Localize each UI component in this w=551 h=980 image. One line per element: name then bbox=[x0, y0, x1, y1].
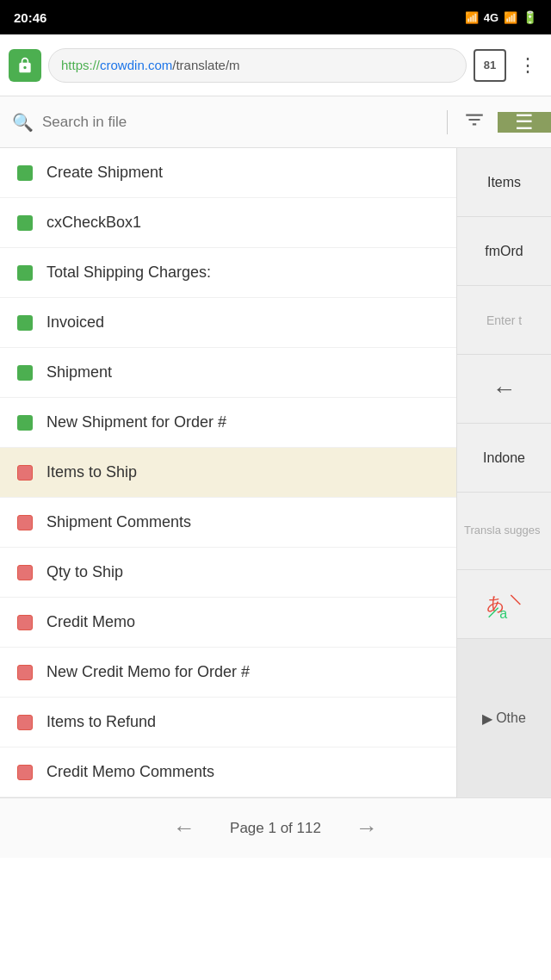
status-dot bbox=[17, 515, 33, 530]
right-indonesia-label: Indone bbox=[483, 450, 525, 466]
item-label: Credit Memo bbox=[46, 613, 135, 631]
item-label: Shipment Comments bbox=[46, 513, 191, 531]
network-4g: 4G bbox=[484, 11, 498, 24]
item-label: New Shipment for Order # bbox=[46, 413, 226, 431]
signal-icon: 📶 bbox=[465, 11, 479, 24]
right-panel: Items fmOrd Enter t ← Indone Transla sug… bbox=[456, 148, 551, 797]
status-dot bbox=[17, 465, 33, 481]
browser-bar: https://crowdin.com/translate/m 81 ⋮ bbox=[0, 34, 551, 96]
status-dot bbox=[17, 415, 33, 431]
svg-line-3 bbox=[511, 595, 520, 605]
status-dot bbox=[17, 615, 33, 630]
list-item[interactable]: Invoiced bbox=[0, 298, 456, 348]
filter-icon[interactable] bbox=[463, 109, 486, 136]
list-item[interactable]: Credit Memo bbox=[0, 598, 456, 648]
right-enter-section: Enter t bbox=[457, 286, 551, 355]
back-arrow-icon: ← bbox=[492, 375, 517, 403]
next-page-button[interactable]: → bbox=[356, 815, 378, 841]
right-other-label: Othe bbox=[496, 710, 526, 726]
item-label: Shipment bbox=[46, 363, 112, 381]
tabs-count: 81 bbox=[484, 59, 496, 71]
list-item[interactable]: Create Shipment bbox=[0, 148, 456, 198]
status-dot bbox=[17, 165, 33, 181]
status-icons: 📶 4G 📶 🔋 bbox=[465, 10, 537, 24]
list-item[interactable]: Shipment Comments bbox=[0, 498, 456, 548]
search-input[interactable] bbox=[42, 114, 431, 131]
prev-page-button[interactable]: ← bbox=[173, 815, 195, 841]
search-icon: 🔍 bbox=[12, 112, 34, 133]
status-dot bbox=[17, 315, 33, 331]
search-row: 🔍 ☰ bbox=[0, 96, 551, 148]
lock-icon bbox=[9, 49, 41, 82]
battery-icon: 🔋 bbox=[523, 10, 537, 24]
search-divider bbox=[447, 110, 448, 134]
tabs-button[interactable]: 81 bbox=[474, 49, 506, 82]
right-items-label: Items bbox=[487, 175, 521, 190]
search-container: 🔍 bbox=[0, 109, 498, 136]
svg-text:a: a bbox=[499, 605, 507, 621]
items-list: Create Shipment cxCheckBox1 Total Shippi… bbox=[0, 148, 456, 797]
status-dot bbox=[17, 715, 33, 730]
status-bar: 20:46 📶 4G 📶 🔋 bbox=[0, 0, 551, 34]
status-dot bbox=[17, 365, 33, 381]
list-item[interactable]: Items to Refund bbox=[0, 698, 456, 747]
item-label: Invoiced bbox=[46, 313, 104, 332]
right-translate-section: Transla sugges bbox=[457, 493, 551, 570]
url-domain: crowdin.com bbox=[100, 58, 172, 72]
right-enter-label: Enter t bbox=[486, 313, 522, 327]
right-other-section: ▶ Othe bbox=[457, 639, 551, 797]
list-item[interactable]: Items to Ship bbox=[0, 448, 456, 498]
item-label: New Credit Memo for Order # bbox=[46, 663, 250, 681]
status-dot bbox=[17, 215, 33, 231]
url-path: /translate/m bbox=[172, 58, 239, 72]
right-back-section[interactable]: ← bbox=[457, 355, 551, 424]
list-item[interactable]: cxCheckBox1 bbox=[0, 198, 456, 248]
page-indicator: Page 1 of 112 bbox=[230, 820, 321, 837]
pagination-bar: ← Page 1 of 112 → bbox=[0, 797, 551, 858]
list-item[interactable]: New Shipment for Order # bbox=[0, 398, 456, 448]
item-label: cxCheckBox1 bbox=[46, 214, 141, 232]
status-dot bbox=[17, 665, 33, 680]
item-label: Create Shipment bbox=[46, 164, 163, 182]
translate-icon: あ a bbox=[486, 586, 523, 623]
status-dot bbox=[17, 565, 33, 580]
list-item[interactable]: Credit Memo Comments bbox=[0, 747, 456, 797]
item-label: Qty to Ship bbox=[46, 563, 123, 581]
status-dot bbox=[17, 265, 33, 281]
url-bar[interactable]: https://crowdin.com/translate/m bbox=[48, 48, 467, 83]
main-layout: Create Shipment cxCheckBox1 Total Shippi… bbox=[0, 148, 551, 797]
browser-menu-button[interactable]: ⋮ bbox=[513, 51, 542, 80]
item-label: Items to Ship bbox=[46, 463, 137, 481]
signal-icon-2: 📶 bbox=[504, 11, 517, 24]
list-item[interactable]: Qty to Ship bbox=[0, 548, 456, 598]
right-items-section: Items bbox=[457, 148, 551, 217]
url-https: https:// bbox=[61, 58, 100, 72]
right-fmord-section: fmOrd bbox=[457, 217, 551, 286]
right-translate-label: Transla sugges bbox=[464, 523, 540, 538]
panel-toggle-button[interactable]: ☰ bbox=[498, 112, 551, 133]
right-fmord-label: fmOrd bbox=[485, 244, 523, 259]
status-dot bbox=[17, 765, 33, 780]
status-time: 20:46 bbox=[14, 10, 46, 25]
item-label: Credit Memo Comments bbox=[46, 763, 214, 781]
list-item[interactable]: New Credit Memo for Order # bbox=[0, 648, 456, 698]
list-item[interactable]: Total Shipping Charges: bbox=[0, 248, 456, 298]
item-label: Items to Refund bbox=[46, 713, 156, 731]
play-icon: ▶ bbox=[482, 710, 492, 727]
hamburger-icon: ☰ bbox=[515, 112, 534, 133]
right-translate-icon-section[interactable]: あ a bbox=[457, 570, 551, 639]
list-item[interactable]: Shipment bbox=[0, 348, 456, 398]
right-indonesia-section: Indone bbox=[457, 424, 551, 493]
item-label: Total Shipping Charges: bbox=[46, 264, 211, 282]
